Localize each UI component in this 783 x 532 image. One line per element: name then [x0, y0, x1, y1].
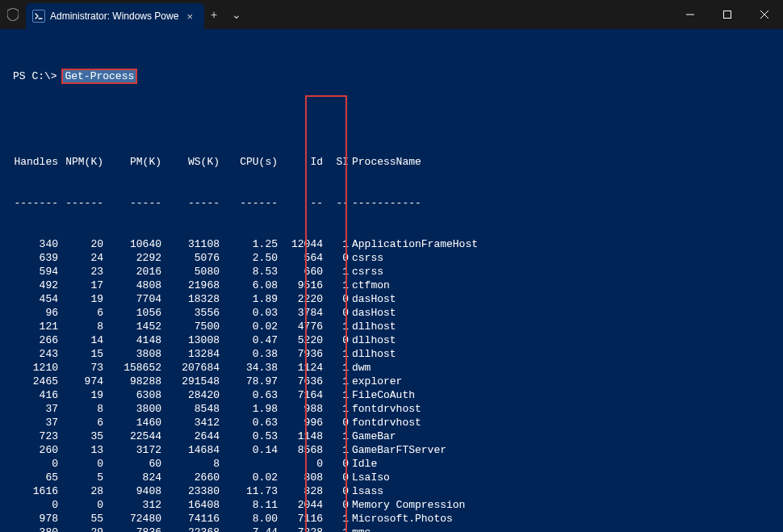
close-window-button[interactable]	[746, 0, 783, 29]
svg-rect-1	[724, 11, 731, 19]
tab-title: Administrator: Windows Powe	[50, 10, 178, 22]
table-row: 966105635560.0337840dasHost	[13, 306, 778, 320]
command-text: Get-Process	[63, 70, 136, 82]
active-tab[interactable]: Administrator: Windows Powe ×	[26, 3, 204, 29]
table-row: 3402010640311081.25120441ApplicationFram…	[13, 237, 778, 251]
table-row: 378380085481.989881fontdrvhost	[13, 402, 778, 416]
table-row: 63924229250762.505640csrss	[13, 251, 778, 265]
table-row: 376146034120.639960fontdrvhost	[13, 416, 778, 429]
titlebar: Administrator: Windows Powe × + ⌄	[0, 0, 783, 29]
table-row: 380297836223687.4472281mmc	[13, 526, 778, 532]
table-row: 9785572480741168.0071161Microsoft.Photos	[13, 512, 778, 526]
new-tab-button[interactable]: +	[211, 8, 217, 21]
col-id: Id	[278, 155, 323, 169]
terminal-output[interactable]: PS C:\> Get-Process Handles NPM(K) PM(K)…	[0, 29, 783, 532]
table-row: 12107315865220768434.3811241dwm	[13, 361, 778, 375]
close-tab-button[interactable]: ×	[183, 10, 196, 23]
table-row: 1218145275000.0247761dllhost	[13, 320, 778, 333]
col-npm: NPM(K)	[58, 155, 103, 169]
tab-actions: + ⌄	[204, 0, 248, 29]
prompt-prefix: PS C:\>	[13, 70, 57, 82]
table-row: 266144148130080.4752200dllhost	[13, 333, 778, 347]
col-cpu: CPU(s)	[220, 155, 278, 169]
powershell-icon	[32, 10, 45, 23]
table-row: 24659749828829154878.9776361explorer	[13, 375, 778, 388]
table-row: 454197704183281.8922200dasHost	[13, 292, 778, 306]
table-row: 243153808132840.3879361dllhost	[13, 347, 778, 361]
table-row: 492174808219686.0895161ctfmon	[13, 279, 778, 292]
table-row: 65582426600.028080LsaIso	[13, 471, 778, 484]
table-header: Handles NPM(K) PM(K) WS(K) CPU(s) Id SI …	[13, 155, 778, 169]
col-name: ProcessName	[349, 155, 778, 169]
table-body: 3402010640311081.25120441ApplicationFram…	[13, 237, 778, 532]
col-ws: WS(K)	[161, 155, 220, 169]
table-row: 59423201650808.536601csrss	[13, 265, 778, 279]
window-controls	[672, 0, 783, 29]
table-row: 416196308284200.6371641FileCoAuth	[13, 388, 778, 402]
minimize-button[interactable]	[672, 0, 709, 29]
col-handles: Handles	[13, 155, 58, 169]
table-row: 723352254426440.5311481GameBar	[13, 429, 778, 443]
shield-icon	[0, 0, 26, 29]
maximize-button[interactable]	[709, 0, 746, 29]
col-pm: PM(K)	[103, 155, 161, 169]
prompt-line: PS C:\> Get-Process	[13, 69, 778, 83]
table-row: 260133172146840.1485681GameBarFTServer	[13, 443, 778, 457]
col-si: SI	[323, 155, 349, 169]
table-row: 00312164088.1120440Memory Compression	[13, 498, 778, 512]
table-row: 0060800Idle	[13, 457, 778, 471]
table-row: 16162894082338011.738280lsass	[13, 484, 778, 498]
tab-dropdown-button[interactable]: ⌄	[232, 8, 241, 21]
table-separator: ------- ------ ----- ----- ------ -- -- …	[13, 196, 778, 210]
